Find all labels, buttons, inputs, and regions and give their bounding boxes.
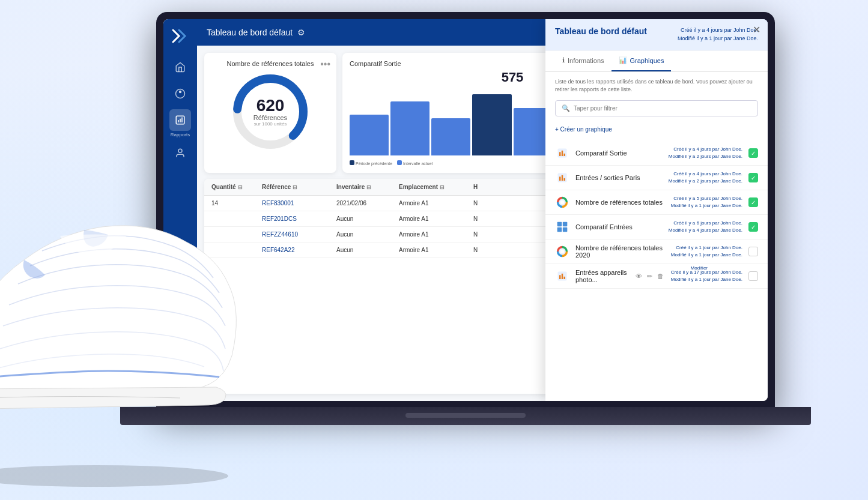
sidebar-item-reports[interactable]: Rapports <box>169 109 191 137</box>
cell-inv-2: Aucun <box>336 231 396 238</box>
item-meta-5: Créé il y a 17 jours par John Doe. Modif… <box>671 269 742 283</box>
item-checkbox-4[interactable] <box>748 247 758 256</box>
item-icon-2 <box>555 195 569 209</box>
panel-search-input[interactable] <box>574 105 751 112</box>
tab-graphiques[interactable]: 📊 Graphiques <box>612 50 672 71</box>
item-name-0: Comparatif Sortie <box>575 149 663 157</box>
svg-point-19 <box>560 200 565 205</box>
chart-tab-label: Graphiques <box>630 57 664 64</box>
sidebar-item-profile[interactable] <box>169 142 191 164</box>
item-checkbox-1[interactable]: ✓ <box>748 173 758 182</box>
sidebar: Rapports <box>163 19 197 401</box>
cell-emp-0: Armoire A1 <box>399 200 471 206</box>
cell-emp-3: Armoire A1 <box>399 247 471 253</box>
laptop-screen: Rapports Tablea <box>163 19 768 401</box>
donut-widget-title: Nombre de références totales <box>227 60 314 67</box>
item-meta-0: Créé il y a 4 jours par John Doe. Modifi… <box>669 146 742 160</box>
info-tab-icon: ℹ <box>562 56 565 64</box>
laptop-frame: Rapports Tablea <box>120 12 811 462</box>
panel-search-container: 🔍 <box>555 100 758 116</box>
donut-label: Références <box>253 114 287 121</box>
cell-inv-0: 2021/02/06 <box>336 200 396 206</box>
svg-rect-16 <box>562 175 563 181</box>
filter-reference-icon[interactable]: ⊟ <box>293 184 297 190</box>
svg-rect-23 <box>563 227 568 232</box>
sidebar-reports-label: Rapports <box>171 132 190 137</box>
create-graph-label: + Créer un graphique <box>555 126 612 133</box>
panel-description: Liste de tous les rapports utilisés dans… <box>545 72 768 97</box>
svg-point-6 <box>178 149 182 152</box>
sidebar-item-notifications[interactable] <box>169 83 191 104</box>
svg-rect-27 <box>559 276 561 280</box>
legend-item-2: Intervalle actuel <box>397 160 432 166</box>
filter-emplacement-icon[interactable]: ⊟ <box>440 184 445 190</box>
panel-list: Comparatif Sortie Créé il y a 4 jours pa… <box>545 141 768 401</box>
settings-icon[interactable]: ⚙ <box>297 28 305 37</box>
svg-point-25 <box>560 250 565 254</box>
cell-qty-3 <box>211 247 259 253</box>
tab-informations[interactable]: ℹ Informations <box>555 50 612 71</box>
panel-created-info: Créé il y a 4 jours par John Doe. <box>678 26 758 35</box>
filter-inventaire-icon[interactable]: ⊟ <box>366 184 371 190</box>
cell-qty-0: 14 <box>211 200 259 206</box>
bar-3 <box>431 118 470 155</box>
list-item: Modifier Entrées appareils photo... <box>545 264 768 289</box>
svg-rect-15 <box>559 177 561 181</box>
filter-quantite-icon[interactable]: ⊟ <box>238 184 243 190</box>
svg-rect-21 <box>563 222 568 227</box>
laptop-screen-border: Rapports Tablea <box>156 12 775 408</box>
item-checkbox-2[interactable]: ✓ <box>748 197 758 207</box>
cell-qty-1 <box>211 215 259 222</box>
item-icon-5 <box>555 269 569 283</box>
item-name-3: Comparatif Entrées <box>575 223 663 230</box>
panel-search-icon: 🔍 <box>562 104 570 112</box>
svg-point-1 <box>180 91 181 93</box>
item-name-2: Nombre de références totales <box>575 199 665 206</box>
donut-center: 620 Références sur 1000 unités <box>253 97 287 127</box>
cell-emp-2: Armoire A1 <box>399 231 471 238</box>
donut-chart: 620 Références sur 1000 unités <box>228 70 312 154</box>
item-checkbox-3[interactable]: ✓ <box>748 222 758 232</box>
item-name-1: Entrées / sorties Paris <box>575 174 663 181</box>
item-actions-5: 👁 ✏ 🗑 <box>634 271 665 282</box>
create-graph-button[interactable]: + Créer un graphique <box>555 124 758 135</box>
info-tab-label: Informations <box>568 57 604 64</box>
modifier-label: Modifier <box>691 265 708 271</box>
list-item: Comparatif Entrées Créé il y a 6 jours p… <box>545 215 768 239</box>
item-meta-2: Créé il y a 5 jours par John Doe. Modifi… <box>671 195 742 209</box>
cell-ref-2: REFZZ44610 <box>262 231 334 238</box>
laptop-base <box>120 407 811 425</box>
cell-emp-1: Armoire A1 <box>399 215 471 222</box>
panel-meta: Créé il y a 4 jours par John Doe. Modifi… <box>678 26 758 43</box>
svg-rect-13 <box>564 154 566 156</box>
svg-rect-28 <box>562 274 563 279</box>
item-icon-0 <box>555 146 569 160</box>
cell-qty-2 <box>211 231 259 238</box>
donut-widget-menu[interactable]: ••• <box>320 59 330 70</box>
item-meta-3: Créé il y a 6 jours par John Doe. Modifi… <box>669 220 742 234</box>
svg-rect-17 <box>564 178 566 181</box>
bar-1 <box>350 115 389 155</box>
item-checkbox-5[interactable] <box>748 271 758 281</box>
bar-2 <box>390 101 429 155</box>
item-icon-4 <box>555 244 569 259</box>
panel-title: Tableau de bord défaut <box>555 26 647 36</box>
delete-icon[interactable]: 🗑 <box>656 271 665 281</box>
panel-header: Tableau de bord défaut Créé il y a 4 jou… <box>545 19 768 50</box>
legend-item-1: Période précédente <box>350 160 392 166</box>
list-item: Comparatif Sortie Créé il y a 4 jours pa… <box>545 141 768 166</box>
sidebar-item-home[interactable] <box>169 56 191 78</box>
panel-header-left: Tableau de bord défaut <box>555 26 647 36</box>
list-item: Entrées / sorties Paris Créé il y a 4 jo… <box>545 166 768 190</box>
item-icon-3 <box>555 220 569 234</box>
app-logo <box>169 25 191 47</box>
dashboard-title: Tableau de bord défaut <box>207 28 293 37</box>
view-icon[interactable]: 👁 <box>634 271 643 281</box>
item-checkbox-0[interactable]: ✓ <box>748 148 758 158</box>
edit-icon[interactable]: ✏ <box>646 271 654 282</box>
panel-close-button[interactable]: ✕ <box>753 24 760 35</box>
donut-number: 620 <box>253 97 287 114</box>
donut-sublabel: sur 1000 unités <box>253 121 287 127</box>
col-inventaire: Inventaire ⊟ <box>336 184 396 190</box>
cell-inv-3: Aucun <box>336 247 396 253</box>
